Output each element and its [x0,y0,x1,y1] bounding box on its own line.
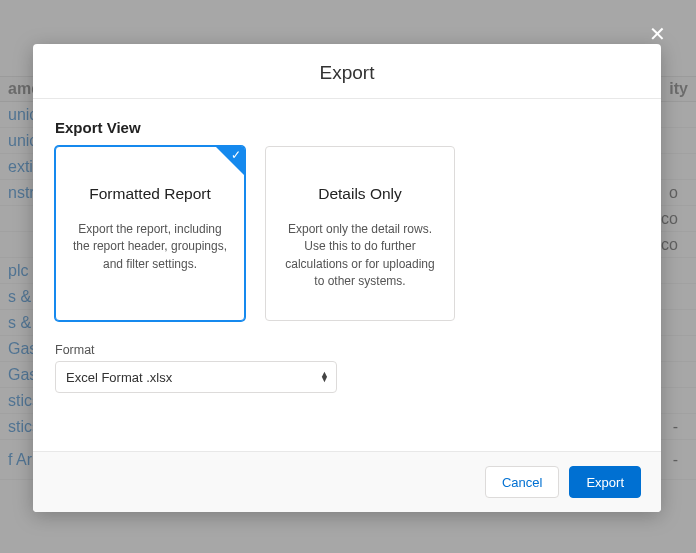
export-button[interactable]: Export [569,466,641,498]
card-title: Details Only [280,185,440,203]
modal-header: Export [33,44,661,99]
close-icon[interactable]: ✕ [649,24,666,44]
export-modal: Export Export View ✓ Formatted Report Ex… [33,44,661,512]
card-details-only[interactable]: Details Only Export only the detail rows… [265,146,455,321]
modal-footer: Cancel Export [33,451,661,512]
cancel-button[interactable]: Cancel [485,466,559,498]
check-icon: ✓ [231,149,241,161]
card-description: Export the report, including the report … [70,221,230,273]
card-title: Formatted Report [70,185,230,203]
format-label: Format [55,343,639,357]
export-view-label: Export View [55,119,639,136]
modal-title: Export [53,62,641,84]
card-description: Export only the detail rows. Use this to… [280,221,440,291]
format-select-value: Excel Format .xlsx [66,370,172,385]
modal-body: Export View ✓ Formatted Report Export th… [33,99,661,451]
format-select[interactable]: Excel Format .xlsx [55,361,337,393]
card-formatted-report[interactable]: ✓ Formatted Report Export the report, in… [55,146,245,321]
export-view-cards: ✓ Formatted Report Export the report, in… [55,146,639,321]
format-select-wrapper: Excel Format .xlsx ▲ ▼ [55,361,337,393]
